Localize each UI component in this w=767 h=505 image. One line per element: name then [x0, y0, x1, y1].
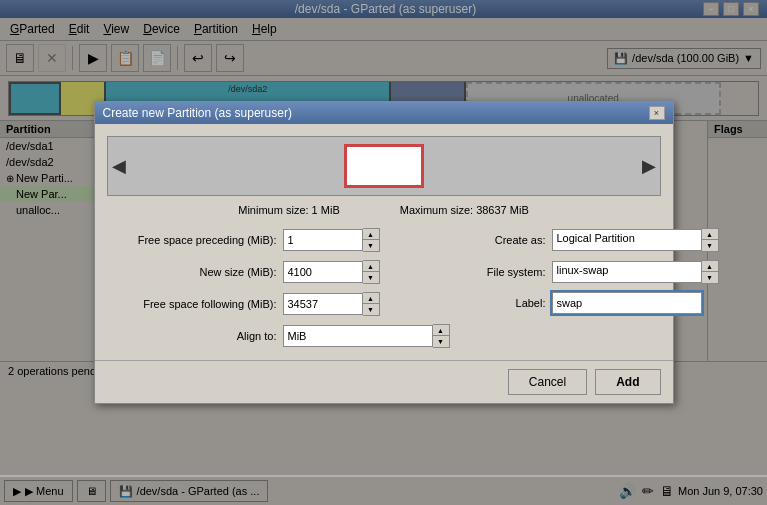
- new-size-row: New size (MiB): ▲ ▼: [107, 260, 450, 284]
- new-size-label: New size (MiB):: [107, 266, 277, 278]
- modal-body: ◀ ▶ Minimum size: 1 MiB Maximum size: 38…: [95, 124, 673, 360]
- align-to-spin-btns[interactable]: ▲ ▼: [433, 324, 450, 348]
- create-as-label: Create as:: [466, 234, 546, 246]
- align-to-row: Align to: MiB ▲ ▼: [107, 324, 450, 348]
- slider-right-arrow-icon[interactable]: ▶: [642, 155, 656, 177]
- free-following-row: Free space following (MiB): ▲ ▼: [107, 292, 450, 316]
- add-button[interactable]: Add: [595, 369, 660, 395]
- cancel-button[interactable]: Cancel: [508, 369, 587, 395]
- partition-slider[interactable]: ◀ ▶: [107, 136, 661, 196]
- create-as-select[interactable]: Logical Partition: [552, 229, 702, 251]
- new-size-input[interactable]: [283, 261, 363, 283]
- free-following-label: Free space following (MiB):: [107, 298, 277, 310]
- size-labels: Minimum size: 1 MiB Maximum size: 38637 …: [107, 204, 661, 216]
- align-to-value: MiB: [288, 330, 307, 342]
- modal-overlay: Create new Partition (as superuser) × ◀ …: [0, 0, 767, 505]
- file-system-select[interactable]: linux-swap: [552, 261, 702, 283]
- label-label: Label:: [466, 297, 546, 309]
- align-to-input[interactable]: MiB: [283, 325, 433, 347]
- file-system-spin-btns[interactable]: ▲ ▼: [702, 260, 719, 284]
- free-preceding-spin-btns[interactable]: ▲ ▼: [363, 228, 380, 252]
- create-as-value: Logical Partition: [557, 232, 635, 244]
- align-to-up-btn[interactable]: ▲: [433, 325, 449, 336]
- label-input[interactable]: [552, 292, 702, 314]
- file-system-row: File system: linux-swap ▲ ▼: [466, 260, 719, 284]
- free-following-down-btn[interactable]: ▼: [363, 304, 379, 315]
- free-following-spin-btns[interactable]: ▲ ▼: [363, 292, 380, 316]
- partition-size-box: [344, 144, 424, 188]
- file-system-select-container[interactable]: linux-swap ▲ ▼: [552, 260, 719, 284]
- create-as-row: Create as: Logical Partition ▲ ▼: [466, 228, 719, 252]
- new-size-down-btn[interactable]: ▼: [363, 272, 379, 283]
- file-system-down-btn[interactable]: ▼: [702, 272, 718, 283]
- form-grid: Free space preceding (MiB): ▲ ▼ New size…: [107, 228, 661, 348]
- create-as-down-btn[interactable]: ▼: [702, 240, 718, 251]
- new-size-spinner[interactable]: ▲ ▼: [283, 260, 380, 284]
- label-row: Label:: [466, 292, 719, 314]
- free-preceding-input[interactable]: [283, 229, 363, 251]
- create-as-spin-btns[interactable]: ▲ ▼: [702, 228, 719, 252]
- free-following-spinner[interactable]: ▲ ▼: [283, 292, 380, 316]
- file-system-up-btn[interactable]: ▲: [702, 261, 718, 272]
- file-system-value: linux-swap: [557, 264, 609, 276]
- form-right: Create as: Logical Partition ▲ ▼: [466, 228, 719, 348]
- modal-footer: Cancel Add: [95, 360, 673, 403]
- max-size-label: Maximum size: 38637 MiB: [400, 204, 529, 216]
- new-size-up-btn[interactable]: ▲: [363, 261, 379, 272]
- free-following-input[interactable]: [283, 293, 363, 315]
- free-following-up-btn[interactable]: ▲: [363, 293, 379, 304]
- align-to-down-btn[interactable]: ▼: [433, 336, 449, 347]
- free-preceding-label: Free space preceding (MiB):: [107, 234, 277, 246]
- create-as-select-container[interactable]: Logical Partition ▲ ▼: [552, 228, 719, 252]
- free-preceding-down-btn[interactable]: ▼: [363, 240, 379, 251]
- align-to-spinner[interactable]: MiB ▲ ▼: [283, 324, 450, 348]
- slider-left-arrow-icon[interactable]: ◀: [112, 155, 126, 177]
- align-to-label: Align to:: [107, 330, 277, 342]
- modal-title-bar: Create new Partition (as superuser) ×: [95, 102, 673, 124]
- modal-title: Create new Partition (as superuser): [103, 106, 292, 120]
- form-left: Free space preceding (MiB): ▲ ▼ New size…: [107, 228, 450, 348]
- free-preceding-spinner[interactable]: ▲ ▼: [283, 228, 380, 252]
- free-preceding-up-btn[interactable]: ▲: [363, 229, 379, 240]
- min-size-label: Minimum size: 1 MiB: [238, 204, 339, 216]
- free-preceding-row: Free space preceding (MiB): ▲ ▼: [107, 228, 450, 252]
- file-system-label: File system:: [466, 266, 546, 278]
- create-partition-dialog: Create new Partition (as superuser) × ◀ …: [94, 101, 674, 404]
- new-size-spin-btns[interactable]: ▲ ▼: [363, 260, 380, 284]
- modal-close-button[interactable]: ×: [649, 106, 665, 120]
- create-as-up-btn[interactable]: ▲: [702, 229, 718, 240]
